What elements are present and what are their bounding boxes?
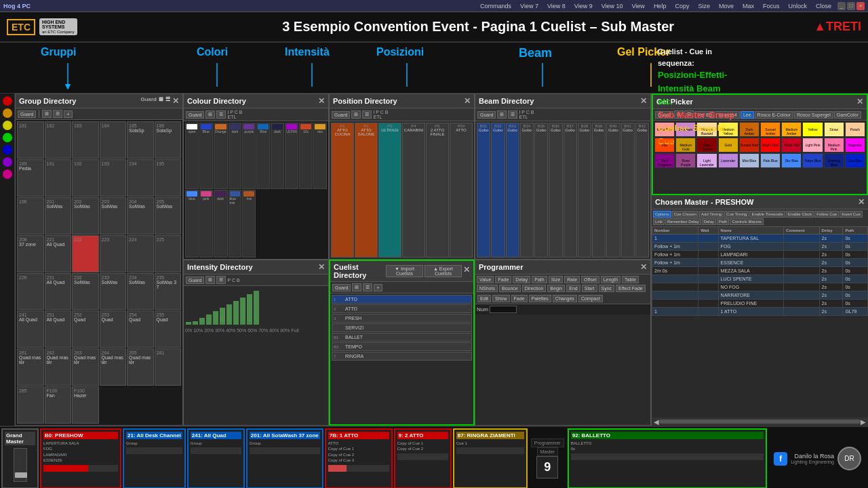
compact-btn[interactable]: Compact [578,295,603,302]
prog-table[interactable]: Table [622,276,639,283]
group-cell-32[interactable]: 252Quad [72,310,99,348]
beam-cell-2[interactable]: B33Gobo [506,123,519,258]
group-cell-1[interactable]: 182 [45,121,72,159]
cuelist-cell-1[interactable]: 2ATTO [332,304,472,313]
gel-cell-24[interactable]: Mist Blue [739,153,760,168]
opt-cue-chosen[interactable]: Cue Chosen [672,211,698,218]
master-row-3[interactable]: Follow + 1m ESSENCE 2s 0s [652,259,868,267]
master-row-5[interactable]: LUCI SPENTE 2s 0s [652,275,868,283]
beam-cell-10[interactable]: B41Gobo [621,123,635,258]
maximize-btn[interactable]: □ [847,2,855,10]
menu-max[interactable]: Max [740,2,757,10]
close-programmer-btn[interactable]: ✕ [640,262,647,272]
opt-insert-cue[interactable]: Insert Cue [840,211,863,218]
minimize-btn[interactable]: _ [837,2,846,10]
group-cell-9[interactable]: 193 [100,159,127,197]
intensity-bar-10[interactable] [254,291,259,325]
beam-cell-6[interactable]: B37Gobo [564,123,577,258]
pos-guard[interactable]: Guard [332,111,350,119]
group-cell-14[interactable]: 202SolWas [72,197,99,235]
group-cell-4[interactable]: 185SolaSp [127,121,154,159]
grand-master-item[interactable]: GrandMaster [1,428,39,488]
group-cell-30[interactable]: 241All Quad [17,310,44,348]
opt-cue-timing[interactable]: Cue Timing [724,211,749,218]
menu-size[interactable]: Size [695,2,713,10]
colour-cell-5[interactable]: Blue [256,123,270,189]
prog-bounce[interactable]: Bounce [499,285,521,292]
import-btn[interactable]: ▼ Import Cuelists [386,265,423,277]
group-plus-btn[interactable]: + [64,110,72,118]
menu-close[interactable]: Close [813,2,834,10]
master-row-9[interactable]: 1 1 ATTO 2s GL79 [652,308,868,316]
export-btn[interactable]: ▲ Export Cuelists [425,265,462,277]
prog-end[interactable]: End [566,285,580,292]
beam-cell-4[interactable]: B35Gobo [534,123,548,258]
1atto-item[interactable]: 7B: 1 ATTO ATTOCopy of Cue 1Copy of Cue … [325,428,393,488]
group-cell-21[interactable]: 223 [100,235,127,272]
edit-btn[interactable]: Edit [477,295,491,302]
prog-sync[interactable]: Sync [599,285,615,292]
pos-list[interactable]: ☰ [362,110,372,119]
group-cell-29[interactable]: 235SolWas 37 [155,273,182,310]
beam-cell-11[interactable]: B42Gobo [635,123,649,258]
opt-enable-timecode[interactable]: Enable Timecode [749,211,785,218]
cue-plus[interactable]: + [374,284,382,291]
menu-focus[interactable]: Focus [760,2,783,10]
group-cell-28[interactable]: 234SolWas [127,273,154,310]
master-row-2[interactable]: Follow + 1m LAMPADARI 2s 0s [652,251,868,259]
prog-effect-fade[interactable]: Effect Fade [616,285,646,292]
all-quad-item[interactable]: 241: All Quad Group [187,428,245,488]
fade-btn[interactable]: Fade [511,295,528,302]
group-guard-btn[interactable]: Guard [18,110,36,118]
num-input[interactable] [490,306,517,313]
close-group-btn[interactable]: ✕ [172,96,179,106]
beam-cell-9[interactable]: B40Gobo [606,123,620,258]
pos-cell-1[interactable]: P2ATTO SALONE [355,123,378,258]
beam-guard[interactable]: Guard [477,111,496,119]
close-position-btn[interactable]: ✕ [464,96,471,106]
prog-size[interactable]: Size [549,276,564,283]
master-row-0[interactable]: 1 TAPERTURA SAL 2s 0s [652,235,868,243]
opt-remember[interactable]: Remember Delay [665,218,701,225]
palettes-btn[interactable]: Palettes [529,295,551,302]
master-row-4[interactable]: 2m 0s MEZZA SALA 2s 0s [652,267,868,275]
menu-help[interactable]: Help [651,2,669,10]
opt-link[interactable]: Link [653,218,665,225]
cuelist-cell-3[interactable]: SERVIZI [332,323,472,332]
group-cell-19[interactable]: 221All Quad [45,235,72,272]
intensity-bar-4[interactable] [213,311,218,325]
opt-delay[interactable]: Delay [702,218,716,225]
prog-direction[interactable]: Direction [522,285,547,292]
colour-cell-11[interactable]: pink [199,190,213,258]
intensity-bar-2[interactable] [199,318,205,325]
prog-value[interactable]: Value [477,276,494,283]
menu-commands[interactable]: Commands [477,2,514,10]
colour-cell-10[interactable]: blue [185,190,199,258]
close-cuelist-btn[interactable]: ✕ [463,265,470,277]
colour-cell-12[interactable]: dark [214,190,228,258]
prog-begin[interactable]: Begin [547,285,565,292]
group-cell-16[interactable]: 204SolWas [127,197,154,235]
menu-view9[interactable]: View 9 [572,2,595,10]
prog-fade[interactable]: Fade [495,276,511,283]
pos-cell-2[interactable]: P3ULTRAGI [378,123,401,258]
prog-start[interactable]: Start [582,285,597,292]
intensity-bar-6[interactable] [226,304,232,325]
all-solawash-item[interactable]: 201: All SolaWash 37 zone Group [246,428,323,488]
group-cell-6[interactable]: 189Pedia [17,159,44,197]
group-cell-23[interactable]: 225 [155,235,182,272]
master-row-6[interactable]: NO FOG 2s 0s [652,283,868,291]
pos-cell-5[interactable]: P54ATTO [450,123,473,258]
close-master-btn[interactable]: ✕ [858,197,865,207]
close-beam-btn[interactable]: ✕ [640,96,647,106]
menu-copy[interactable]: Copy [672,2,692,10]
balletto-item[interactable]: 92: BALLETTO BALLETTO0s [568,428,767,488]
colour-cell-2[interactable]: Orange [214,123,228,189]
menu-view[interactable]: View [629,2,648,10]
balletto-fader[interactable] [571,453,764,460]
2atto-fader[interactable] [397,453,448,460]
opt-controls[interactable]: Controls Macros [730,218,764,225]
all-desk-item[interactable]: 21: All Desk Channel Group [123,428,186,488]
int-guard[interactable]: Guard [186,277,204,284]
cuelist-cell-6[interactable]: 7RINGRA [332,352,472,361]
